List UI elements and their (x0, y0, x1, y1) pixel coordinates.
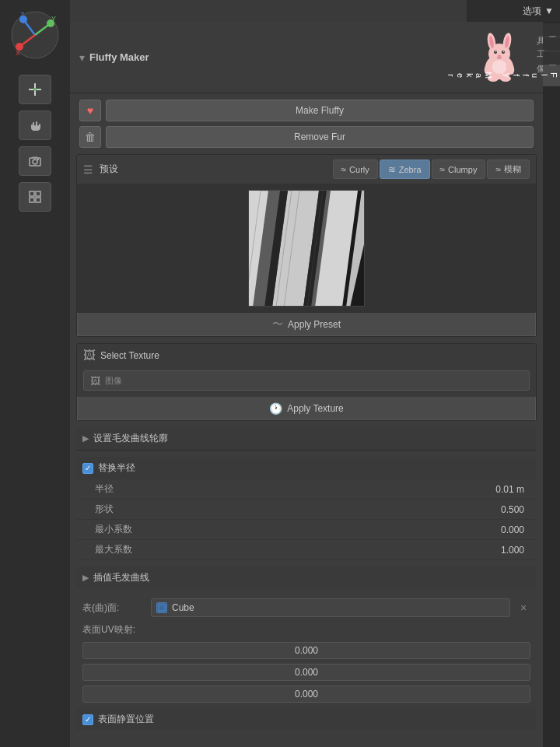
panel-collapse-icon[interactable]: ▾ (79, 51, 85, 64)
hair-curve-header[interactable]: ▶ 设置毛发曲线轮廓 (76, 427, 537, 451)
uv-value-row-3: 0.000 (76, 683, 537, 705)
heart-icon-button[interactable]: ♥ (79, 100, 101, 121)
static-position-row: ✓ 表面静置位置 (76, 708, 537, 731)
remove-fur-button[interactable]: Remove Fur (106, 126, 534, 148)
preset-tabs: ≈ Curly ≋ Zebra ≈ Clumpy ≈ 模糊 (333, 160, 530, 179)
replace-radius-section: ✓ 替换半径 半径 0.01 m 形状 0.500 最小系数 0.000 最大系… (76, 457, 537, 560)
triangle-right-icon: ▶ (82, 433, 89, 444)
trash-icon-button[interactable]: 🗑 (79, 126, 101, 148)
svg-point-26 (495, 51, 496, 52)
curly-icon: ≈ (341, 164, 347, 175)
hand-icon (28, 118, 42, 132)
uv-mapping-row: 表面UV映射: (76, 620, 537, 640)
svg-text:Y: Y (51, 15, 56, 23)
panel-title: Fluffy Maker (89, 51, 149, 63)
cursor-icon (27, 82, 43, 97)
svg-rect-14 (30, 191, 34, 196)
max-label: 最大系数 (95, 543, 132, 556)
insert-hair-section: ▶ 插值毛发曲线 (76, 566, 537, 589)
preset-label: 预设 (100, 163, 118, 176)
svg-rect-17 (36, 198, 40, 202)
options-label: 选项 (523, 5, 541, 18)
cube-icon (156, 602, 167, 613)
texture-preview-area (77, 184, 536, 313)
prop-row-radius[interactable]: 半径 0.01 m (76, 479, 537, 500)
svg-point-10 (33, 88, 37, 91)
fuzzy-icon: ≈ (495, 164, 501, 175)
panel-content: ♥ Make Fluffy 🗑 Remove Fur ☰ 预设 ≈ Curly … (70, 93, 543, 747)
svg-rect-15 (36, 191, 40, 196)
insert-hair-header[interactable]: ▶ 插值毛发曲线 (76, 566, 537, 589)
prop-row-shape[interactable]: 形状 0.500 (76, 500, 537, 520)
svg-rect-36 (159, 605, 165, 611)
svg-text:X: X (16, 49, 20, 57)
insert-hair-label: 插值毛发曲线 (93, 571, 149, 584)
select-texture-section: 🖼 Select Texture 🖼 图像 🕐 Apply Texture (76, 343, 537, 421)
radius-value: 0.01 m (495, 484, 524, 495)
bottom-spacer (76, 731, 537, 746)
static-pos-label: 表面静置位置 (98, 713, 154, 726)
hand-tool-button[interactable] (19, 110, 51, 140)
clumpy-icon: ≈ (440, 164, 446, 175)
svg-point-27 (503, 51, 504, 52)
apply-texture-icon: 🕐 (269, 402, 282, 415)
preset-menu-icon: ☰ (83, 163, 93, 176)
hair-curve-label: 设置毛发曲线轮廓 (93, 432, 168, 445)
preset-tab-curly[interactable]: ≈ Curly (333, 160, 378, 179)
radius-label: 半径 (95, 482, 114, 496)
preset-header: ☰ 预设 ≈ Curly ≋ Zebra ≈ Clumpy (77, 155, 536, 184)
shape-value: 0.500 (501, 504, 524, 515)
replace-radius-label: 替换半径 (98, 461, 135, 475)
surface-row: 表(曲)面: Cube × (76, 595, 537, 620)
sidebar-tab-tools[interactable]: 工具 (543, 23, 560, 37)
replace-radius-header: ✓ 替换半径 (76, 457, 537, 479)
surface-value: Cube (151, 598, 510, 617)
zebra-texture-svg (249, 191, 365, 307)
uv-bar-1[interactable]: 0.000 (82, 642, 530, 659)
uv-label: 表面UV映射: (82, 623, 145, 637)
right-sidebar: 工具 上工 图像 Fluffy Maker (543, 0, 560, 747)
camera-icon (28, 154, 42, 168)
prop-row-min[interactable]: 最小系数 0.000 (76, 520, 537, 540)
sidebar-tab-fluffy[interactable]: Fluffy Maker (543, 65, 560, 86)
grid-tool-button[interactable] (19, 182, 51, 212)
image-select-icon: 🖼 (83, 349, 96, 363)
apply-preset-button[interactable]: 〜 Apply Preset (77, 313, 536, 336)
chevron-down-icon: ▼ (544, 5, 554, 16)
min-value: 0.000 (501, 524, 524, 535)
viewport-gizmo: Z Y X (8, 8, 62, 62)
uv-bar-3[interactable]: 0.000 (82, 686, 530, 703)
left-toolbar: Z Y X (0, 0, 70, 747)
image-placeholder: 图像 (105, 375, 122, 387)
preset-tab-clumpy[interactable]: ≈ Clumpy (432, 160, 486, 179)
make-fluffy-button[interactable]: Make Fluffy (106, 100, 534, 121)
surface-cube-name: Cube (172, 602, 194, 613)
remove-fur-row: 🗑 Remove Fur (76, 126, 537, 148)
make-fluffy-row: ♥ Make Fluffy (76, 100, 537, 121)
uv-value-row-1: 0.000 (76, 640, 537, 661)
preset-tab-fuzzy[interactable]: ≈ 模糊 (487, 160, 530, 179)
shape-label: 形状 (95, 503, 114, 516)
svg-rect-16 (30, 198, 34, 202)
apply-texture-button[interactable]: 🕐 Apply Texture (77, 397, 536, 420)
uv-value-row-2: 0.000 (76, 661, 537, 683)
presets-section: ☰ 预设 ≈ Curly ≋ Zebra ≈ Clumpy (76, 154, 537, 337)
image-input[interactable]: 🖼 图像 (83, 370, 530, 391)
uv-bar-2[interactable]: 0.000 (82, 664, 530, 681)
preset-tab-zebra[interactable]: ≋ Zebra (380, 160, 430, 179)
apply-preset-icon: 〜 (272, 317, 283, 331)
replace-radius-checkbox[interactable]: ✓ (82, 463, 93, 474)
main-panel: ▾ Fluffy Maker (70, 22, 543, 747)
surface-section: 表(曲)面: Cube × 表面UV映射: 0.000 (76, 595, 537, 705)
sidebar-tab-workshop[interactable]: 上工 (543, 37, 560, 51)
camera-tool-button[interactable] (19, 146, 51, 176)
static-pos-checkbox[interactable]: ✓ (82, 714, 93, 725)
hair-curve-section: ▶ 设置毛发曲线轮廓 (76, 427, 537, 451)
prop-row-max[interactable]: 最大系数 1.000 (76, 540, 537, 560)
zebra-icon: ≋ (388, 164, 396, 175)
svg-text:Z: Z (20, 11, 25, 19)
move-tool-button[interactable] (19, 75, 51, 104)
surface-clear-button[interactable]: × (516, 601, 530, 615)
svg-rect-13 (37, 159, 39, 160)
sidebar-tab-image[interactable]: 图像 (543, 51, 560, 65)
